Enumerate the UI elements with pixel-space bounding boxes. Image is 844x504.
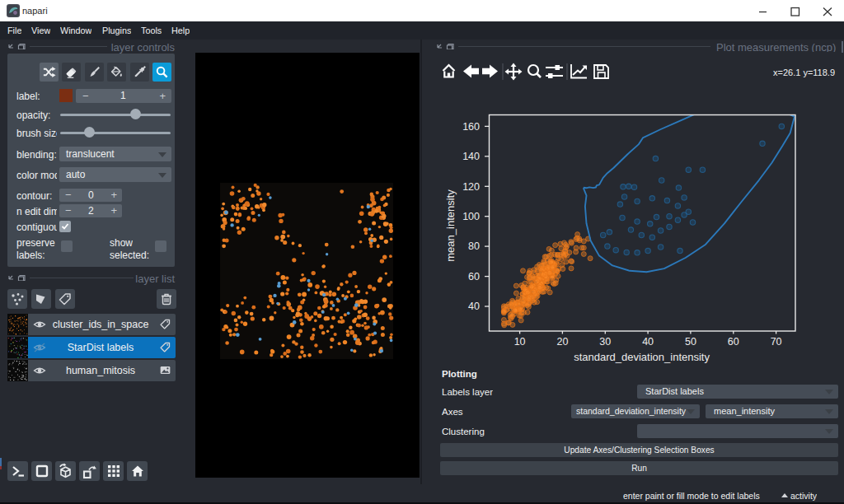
svg-text:60: 60 [728, 336, 739, 348]
svg-text:80: 80 [468, 240, 480, 252]
svg-text:120: 120 [462, 181, 480, 193]
svg-text:10: 10 [514, 336, 526, 348]
svg-text:30: 30 [599, 336, 611, 348]
svg-text:60: 60 [468, 271, 480, 282]
svg-text:40: 40 [468, 301, 480, 312]
svg-text:70: 70 [771, 336, 782, 348]
svg-text:40: 40 [642, 336, 654, 348]
svg-text:50: 50 [685, 336, 696, 348]
svg-text:100: 100 [462, 211, 480, 222]
svg-text:140: 140 [462, 151, 480, 162]
svg-text:160: 160 [462, 121, 480, 133]
svg-text:20: 20 [556, 336, 568, 348]
svg-text:standard_deviation_intensity: standard_deviation_intensity [574, 351, 710, 363]
svg-text:mean_intensity: mean_intensity [444, 189, 457, 262]
